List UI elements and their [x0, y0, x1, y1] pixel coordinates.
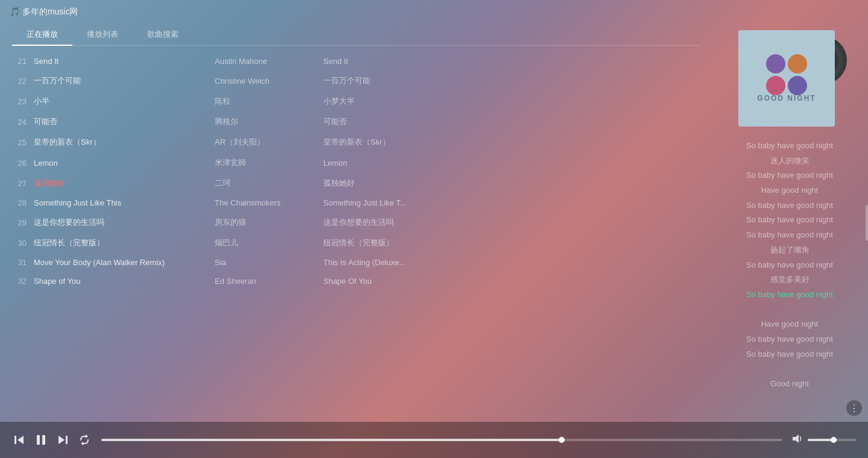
lyric-line: So baby have good night	[717, 139, 862, 154]
song-title: Something Just Like This	[34, 198, 215, 207]
song-artist: 二珂	[215, 178, 323, 189]
player-controls	[12, 433, 92, 447]
song-row[interactable]: 28 Something Just Like This The Chainsmo…	[12, 193, 699, 212]
song-row[interactable]: 23 小半 陈粒 小梦大半	[12, 91, 699, 111]
song-artist: Christine Welch	[215, 77, 323, 86]
volume-track[interactable]	[808, 439, 856, 441]
tab-playing[interactable]: 正在播放	[12, 24, 72, 46]
song-row[interactable]: 21 Send It Austin Mahone Send It	[12, 52, 699, 71]
logo-circle-3	[766, 76, 785, 95]
song-title: 可能否	[34, 116, 215, 127]
song-title: 这是你想要的生活吗	[34, 217, 215, 228]
song-title: 孤独她好	[34, 178, 215, 189]
song-title: 皇帝的新衣（Skr）	[34, 137, 215, 148]
song-title: 纽冠情长（完整版）	[34, 237, 215, 248]
song-row[interactable]: 32 Shape of You Ed Sheeran Shape Of You	[12, 272, 699, 290]
lyric-line: So baby have good night	[717, 198, 862, 213]
song-artist: Austin Mahone	[215, 57, 323, 66]
song-artist: 陈粒	[215, 96, 323, 107]
song-album: 可能否	[323, 116, 699, 127]
svg-marker-5	[59, 436, 65, 444]
song-album: 孤独她好	[323, 178, 699, 189]
lyric-line: 扬起了嘴角	[717, 243, 862, 258]
lyric-line: Have good night	[717, 317, 862, 332]
tab-playlist[interactable]: 播放列表	[72, 24, 133, 46]
song-artist: 米津玄師	[215, 157, 323, 168]
album-logo	[762, 54, 811, 90]
song-number: 32	[12, 277, 34, 286]
song-row[interactable]: 27 孤独她好 二珂 孤独她好	[12, 173, 699, 193]
progress-fill	[101, 439, 565, 441]
lyric-line: So baby have good night	[717, 168, 862, 183]
song-album: 一百万个可能	[323, 75, 699, 86]
svg-rect-0	[14, 436, 16, 444]
song-title: Send It	[34, 57, 215, 66]
app-header: 🎵 多年的music网	[0, 0, 868, 24]
more-button[interactable]: ⋮	[846, 400, 862, 416]
song-number: 31	[12, 258, 34, 267]
song-title: Shape of You	[34, 277, 215, 286]
lyric-line: So baby have good night	[717, 213, 862, 228]
song-album: Something Just Like T...	[323, 198, 699, 207]
song-row[interactable]: 24 可能否 腾格尔 可能否	[12, 111, 699, 132]
song-number: 25	[12, 138, 34, 147]
svg-rect-3	[42, 435, 45, 445]
svg-rect-2	[37, 435, 40, 445]
song-list: 21 Send It Austin Mahone Send It 22 一百万个…	[12, 52, 699, 422]
song-artist: Sia	[215, 258, 323, 267]
album-art-container: GOOD NIGHT	[738, 30, 841, 133]
song-album: 皇帝的新衣（Skr）	[323, 137, 699, 148]
lyric-line	[717, 303, 862, 318]
lyric-line: Good night	[717, 377, 862, 392]
song-artist: 腾格尔	[215, 116, 323, 127]
song-album: Send It	[323, 57, 699, 66]
album-title: GOOD NIGHT	[757, 94, 816, 102]
song-number: 22	[12, 77, 34, 86]
app-title: 🎵 多年的music网	[10, 7, 78, 17]
lyric-line: 迷人的微笑	[717, 154, 862, 169]
song-album: 这是你想要的生活吗	[323, 217, 699, 228]
svg-rect-4	[66, 436, 68, 444]
album-art: GOOD NIGHT	[738, 30, 835, 127]
tab-search[interactable]: 歌曲搜索	[133, 24, 193, 46]
song-artist: 房东的猫	[215, 217, 323, 228]
prev-button[interactable]	[12, 433, 27, 447]
song-artist: AR（刘夫阳）	[215, 137, 323, 148]
play-pause-button[interactable]	[34, 433, 48, 447]
lyric-line: So baby have good night	[717, 347, 862, 362]
song-title: Move Your Body (Alan Walker Remix)	[34, 258, 215, 267]
left-panel: 正在播放 播放列表 歌曲搜索 21 Send It Austin Mahone …	[0, 24, 711, 422]
song-number: 23	[12, 97, 34, 106]
lyric-line: Have good night	[717, 183, 862, 198]
song-artist: 烟巴儿	[215, 237, 323, 248]
logo-circle-1	[766, 54, 785, 74]
lyric-line: So baby have good night	[717, 258, 862, 273]
volume-thumb	[831, 437, 837, 443]
song-row[interactable]: 30 纽冠情长（完整版） 烟巴儿 纽冠情长（完整版）	[12, 233, 699, 253]
song-album: Shape Of You	[323, 277, 699, 286]
logo-circle-2	[788, 54, 807, 74]
tabs-bar: 正在播放 播放列表 歌曲搜索	[12, 24, 699, 46]
volume-icon[interactable]	[792, 433, 803, 447]
lyric-line: 感觉多美好	[717, 272, 862, 287]
right-panel: GOOD NIGHT So baby have good night迷人的微笑S…	[711, 24, 868, 422]
next-button[interactable]	[55, 433, 70, 447]
song-number: 29	[12, 218, 34, 227]
song-row[interactable]: 29 这是你想要的生活吗 房东的猫 这是你想要的生活吗	[12, 212, 699, 233]
song-album: Lemon	[323, 158, 699, 168]
lyric-line: So baby have good night	[717, 287, 862, 303]
song-number: 26	[12, 158, 34, 168]
song-row[interactable]: 26 Lemon 米津玄師 Lemon	[12, 152, 699, 173]
progress-track[interactable]	[101, 439, 782, 441]
song-row[interactable]: 22 一百万个可能 Christine Welch 一百万个可能	[12, 71, 699, 91]
loop-button[interactable]	[77, 433, 92, 447]
logo-circle-4	[788, 76, 807, 95]
song-title: Lemon	[34, 158, 215, 168]
song-album: This Is Acting (Deluxe...	[323, 258, 699, 267]
lyric-line: So baby have good night	[717, 332, 862, 347]
song-row[interactable]: 31 Move Your Body (Alan Walker Remix) Si…	[12, 253, 699, 272]
svg-marker-1	[17, 436, 24, 444]
song-row[interactable]: 25 皇帝的新衣（Skr） AR（刘夫阳） 皇帝的新衣（Skr）	[12, 132, 699, 152]
lyrics-panel: So baby have good night迷人的微笑So baby have…	[711, 139, 868, 416]
song-artist: Ed Sheeran	[215, 277, 323, 286]
